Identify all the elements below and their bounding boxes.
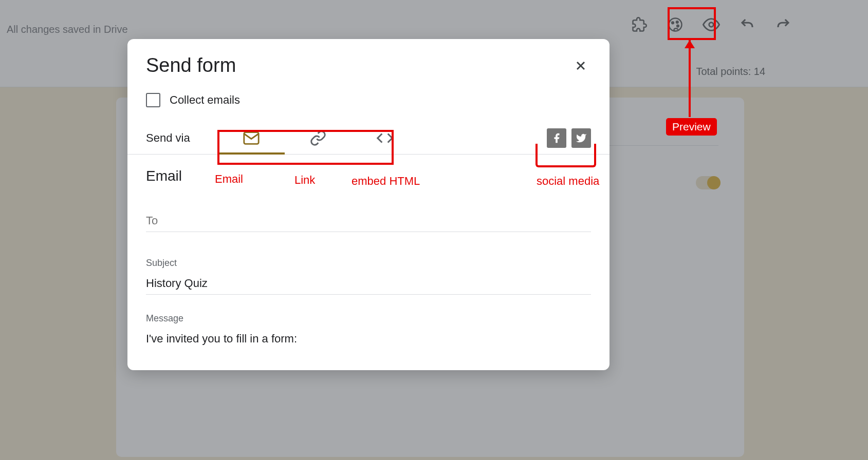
message-field[interactable] bbox=[146, 328, 591, 350]
message-label: Message bbox=[146, 313, 591, 324]
annotation-embed-label: embed HTML bbox=[352, 175, 420, 188]
twitter-icon bbox=[576, 132, 587, 144]
link-icon bbox=[310, 130, 326, 146]
annotation-link-label: Link bbox=[294, 174, 315, 187]
close-button[interactable] bbox=[570, 55, 591, 76]
annotation-social-label: social media bbox=[537, 175, 599, 188]
dialog-title: Send form bbox=[146, 54, 236, 76]
code-icon bbox=[376, 129, 394, 147]
annotation-preview-label: Preview bbox=[666, 118, 717, 136]
facebook-icon bbox=[551, 132, 562, 144]
collect-emails-label: Collect emails bbox=[170, 93, 240, 107]
annotation-arrow bbox=[689, 40, 691, 117]
collect-emails-checkbox[interactable] bbox=[146, 93, 160, 107]
sendvia-label: Send via bbox=[146, 131, 218, 145]
tab-embed[interactable] bbox=[352, 122, 418, 155]
subject-field[interactable] bbox=[146, 273, 591, 295]
tab-email[interactable] bbox=[218, 122, 285, 155]
annotation-social-bracket bbox=[535, 144, 596, 167]
tab-link[interactable] bbox=[285, 122, 352, 155]
send-form-dialog: Send form Collect emails Send via bbox=[127, 39, 610, 370]
subject-label: Subject bbox=[146, 258, 591, 269]
to-field[interactable] bbox=[146, 210, 591, 232]
annotation-email-label: Email bbox=[215, 172, 243, 186]
mail-icon bbox=[243, 129, 260, 147]
